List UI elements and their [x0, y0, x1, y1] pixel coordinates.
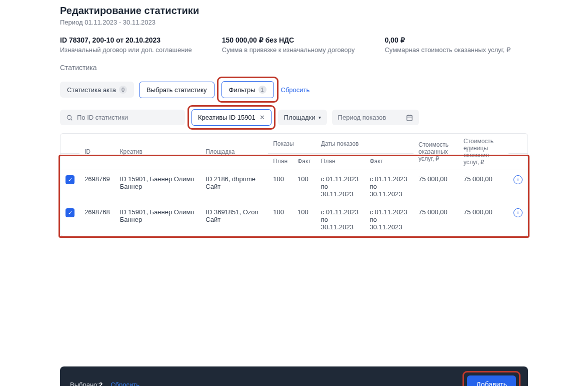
col-impressions: Показы	[268, 134, 316, 154]
add-button[interactable]: Добавить	[467, 375, 516, 386]
col-fact: Факт	[292, 154, 316, 170]
calendar-icon	[406, 114, 413, 121]
search-icon	[66, 114, 73, 121]
chevron-down-icon: ▾	[318, 115, 321, 120]
total-value: 0,00 ₽	[384, 36, 510, 44]
col-id: ID	[80, 134, 115, 170]
page-title: Редактирование статистики	[60, 5, 528, 17]
selection-reset-link[interactable]: Сбросить	[110, 381, 140, 387]
period-picker[interactable]: Период показов	[332, 110, 419, 125]
table-row: ✓ 2698769 ID 15901, Баннер Олимп Баннер …	[60, 170, 528, 203]
contract-id: ID 78307, 200-10 от 20.10.2023	[60, 36, 192, 44]
search-input[interactable]: По ID статистики	[60, 110, 185, 125]
row-checkbox[interactable]: ✓	[66, 175, 74, 184]
creative-filter-chip[interactable]: Креативы ID 15901 ✕	[192, 109, 272, 126]
svg-point-0	[67, 115, 71, 119]
col-creative: Креатив	[115, 134, 201, 170]
search-placeholder: По ID статистики	[77, 114, 128, 121]
reset-filters-link[interactable]: Сбросить	[281, 86, 310, 94]
col-plan: План	[268, 154, 292, 170]
selection-label: Выбрано:	[70, 381, 99, 387]
sites-dropdown[interactable]: Площадки ▾	[278, 110, 327, 125]
col-dates-fact: Факт	[364, 154, 414, 170]
filters-button[interactable]: Фильтры 1	[222, 81, 274, 98]
act-stats-chip[interactable]: Статистика акта 0	[60, 82, 134, 98]
sum-value: 150 000,00 ₽ без НДС	[222, 36, 355, 44]
selection-count: 2	[99, 381, 102, 387]
act-stats-label: Статистика акта	[67, 86, 116, 94]
select-stats-button[interactable]: Выбрать статистику	[139, 82, 214, 98]
period-label: Период 01.11.2023 - 30.11.2023	[60, 19, 528, 26]
filters-count: 1	[258, 86, 266, 94]
stats-section-title: Статистика	[60, 64, 528, 72]
row-add-button[interactable]: +	[514, 208, 522, 217]
col-cost-unit: Стоимость единицы оказания услуг, ₽	[458, 134, 508, 170]
sum-label: Сумма в привязке к изначальному договору	[222, 46, 355, 54]
summary-row: ID 78307, 200-10 от 20.10.2023 Изначальн…	[60, 36, 528, 54]
col-cost-services: Стоимость оказанных услуг, ₽	[414, 134, 458, 170]
close-icon[interactable]: ✕	[260, 114, 265, 121]
contract-label: Изначальный договор или доп. соглашение	[60, 46, 192, 54]
col-dates: Даты показов	[316, 134, 414, 154]
selection-bar: Выбрано:2 Сбросить Добавить	[60, 366, 528, 386]
col-site: Площадка	[200, 134, 268, 170]
col-dates-plan: План	[316, 154, 365, 170]
table-row: ✓ 2698768 ID 15901, Баннер Олимп Баннер …	[60, 203, 528, 236]
row-checkbox[interactable]: ✓	[66, 208, 74, 217]
row-add-button[interactable]: +	[514, 175, 522, 184]
svg-line-1	[71, 119, 72, 120]
svg-rect-2	[407, 115, 412, 121]
act-stats-count: 0	[119, 86, 127, 94]
stats-table: ID Креатив Площадка Показы Даты показов …	[60, 133, 528, 236]
total-label: Суммарная стоимость оказанных услуг, ₽	[384, 46, 510, 54]
